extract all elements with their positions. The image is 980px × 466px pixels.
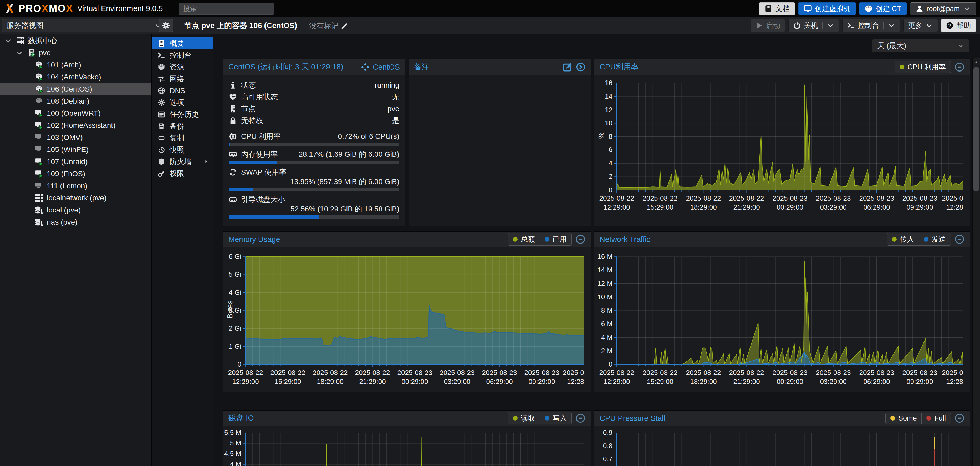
create-ct-button[interactable]: 创建 CT <box>859 2 907 15</box>
tree-item-108-debian-[interactable]: 108 (Debian) <box>0 95 151 107</box>
minus-circle-icon[interactable] <box>955 62 964 72</box>
help-button[interactable]: ? 帮助 <box>941 19 976 32</box>
cube-icon <box>158 63 165 71</box>
menu-item-复制[interactable]: 复制 <box>152 132 213 144</box>
vm-stopped-icon <box>35 145 44 154</box>
menu-item-网络[interactable]: 网络 <box>152 73 213 85</box>
more-button[interactable]: 更多 <box>903 19 938 32</box>
menu-item-选项[interactable]: 选项 <box>152 97 213 109</box>
legend-item[interactable]: CPU 利用率 <box>895 61 951 73</box>
building-icon <box>229 105 237 113</box>
tree-item-111-lemon-[interactable]: 111 (Lemon) <box>0 180 151 192</box>
scroll-up-arrow[interactable] <box>973 58 980 66</box>
minus-circle-icon[interactable] <box>955 413 964 423</box>
tree-item-nas-pve-[interactable]: nas (pve) <box>0 216 151 228</box>
memory-icon <box>229 150 237 158</box>
tree-item-106-centos-[interactable]: 106 (CentOS) <box>0 83 151 95</box>
meter-bar <box>229 161 399 164</box>
minus-circle-icon[interactable] <box>576 413 585 423</box>
os-badge-label: CentOS <box>373 63 400 72</box>
tree-item-105-winpe-[interactable]: 105 (WinPE) <box>0 144 151 156</box>
pencil-square-icon[interactable] <box>563 62 572 72</box>
legend-item[interactable]: 写入 <box>540 412 571 424</box>
arrows-icon <box>158 75 165 83</box>
menu-item-概要[interactable]: 概要 <box>152 37 213 49</box>
tags-label: 没有标记 <box>309 21 339 31</box>
caret-down-icon[interactable] <box>4 37 13 45</box>
memory-chart-panel: Memory Usage总额已用6 Gi5 Gi4 Gi3 Gi2 Gi1 Gi… <box>223 231 591 393</box>
status-row-无特权: 无特权是 <box>229 115 399 126</box>
view-settings-button[interactable] <box>159 19 173 32</box>
scrollbar-thumb[interactable] <box>974 67 979 191</box>
book-icon <box>158 40 165 47</box>
content-scrollbar[interactable] <box>972 58 980 466</box>
start-button[interactable]: 启动 <box>751 19 785 32</box>
minus-circle-icon[interactable] <box>576 234 585 244</box>
menu-item-label: 防火墙 <box>170 157 192 167</box>
brand-wordmark: PROXMOX <box>18 3 73 14</box>
tree-item-104-archvacko-[interactable]: 104 (ArchVacko) <box>0 71 151 83</box>
centos-logo-icon <box>361 62 370 72</box>
search-input[interactable] <box>179 3 274 15</box>
caret-down-icon[interactable] <box>888 22 895 29</box>
tree-item-label: 数据中心 <box>28 36 57 46</box>
tree-item--[interactable]: 数据中心 <box>0 35 151 47</box>
menu-item-任务历史[interactable]: 任务历史 <box>152 109 213 120</box>
caret-down-icon[interactable] <box>15 49 24 57</box>
legend-item[interactable]: 传入 <box>887 233 919 245</box>
tree-item-102-homeassistant-[interactable]: 102 (HomeAssistant) <box>0 120 151 131</box>
tree-item-pve[interactable]: pve <box>0 47 151 59</box>
menu-item-备份[interactable]: 备份 <box>152 120 213 132</box>
minus-circle-icon[interactable] <box>955 234 964 244</box>
menu-item-快照[interactable]: 快照 <box>152 144 213 156</box>
pressure-chart <box>594 426 969 466</box>
tree-item-109-fnos-[interactable]: 109 (FnOS) <box>0 168 151 180</box>
cpu-icon <box>229 132 237 140</box>
status-value: 无 <box>392 92 399 102</box>
floppy-icon <box>158 123 165 130</box>
menu-item-资源[interactable]: 资源 <box>152 61 213 73</box>
network-icon <box>35 194 44 202</box>
tree-item-label: 106 (CentOS) <box>47 85 92 93</box>
menu-item-控制台[interactable]: 控制台 <box>152 49 213 61</box>
legend-item[interactable]: 读取 <box>508 412 540 424</box>
tree-item-101-arch-[interactable]: 101 (Arch) <box>0 59 151 71</box>
legend-item[interactable]: Full <box>921 413 951 424</box>
menu-item-DNS[interactable]: DNS <box>152 85 213 97</box>
notes-body[interactable] <box>409 75 591 226</box>
guest-actions: 启动 关机 控制台 更多 ? 帮助 <box>751 19 976 32</box>
book-icon <box>764 5 772 13</box>
tree-item-local-pve-[interactable]: local (pve) <box>0 204 151 216</box>
server-view-select[interactable]: 服务器视图 <box>2 19 165 32</box>
tree-item-103-omv-[interactable]: 103 (OMV) <box>0 131 151 144</box>
legend-item[interactable]: Some <box>886 413 922 424</box>
notes-panel: 备注 <box>409 59 591 226</box>
user-menu-button[interactable]: root@pam <box>910 2 976 15</box>
legend-item[interactable]: 已用 <box>540 233 571 245</box>
status-panel-title: CentOS (运行时间: 3 天 01:29:18) <box>228 62 343 72</box>
menu-item-防火墙[interactable]: 防火墙 <box>152 156 213 168</box>
tree-item-107-unraid-[interactable]: 107 (Unraid) <box>0 156 151 168</box>
tree-item-100-openwrt-[interactable]: 100 (OpenWRT) <box>0 107 151 120</box>
menu-item-权限[interactable]: 权限 <box>152 168 213 179</box>
user-icon <box>916 5 923 13</box>
meter-引导磁盘大小: 引导磁盘大小52.56% (10.29 GiB 的 19.58 GiB) <box>229 195 399 219</box>
docs-button[interactable]: 文档 <box>759 2 795 15</box>
console-button[interactable]: 控制台 <box>842 19 900 32</box>
create-vm-button[interactable]: 创建虚拟机 <box>799 2 856 15</box>
legend-item[interactable]: 总额 <box>508 233 540 245</box>
meter-value: 52.56% (10.29 GiB 的 19.58 GiB) <box>229 204 399 214</box>
timeframe-select[interactable]: 天 (最大) <box>872 40 969 52</box>
legend-label: 发送 <box>932 235 946 244</box>
shutdown-button[interactable]: 关机 <box>788 19 839 32</box>
caret-down-icon <box>958 43 964 49</box>
pencil-icon[interactable] <box>341 22 348 30</box>
terminal-icon <box>847 22 854 29</box>
tree-item-localnetwork-pve-[interactable]: localnetwork (pve) <box>0 192 151 204</box>
legend-item[interactable]: 发送 <box>919 233 951 245</box>
datacenter-icon <box>16 37 25 45</box>
status-label: 无特权 <box>241 116 263 126</box>
menu-item-label: 任务历史 <box>170 109 199 120</box>
chevron-circle-right-icon[interactable] <box>576 62 585 72</box>
caret-down-icon[interactable] <box>827 22 834 29</box>
